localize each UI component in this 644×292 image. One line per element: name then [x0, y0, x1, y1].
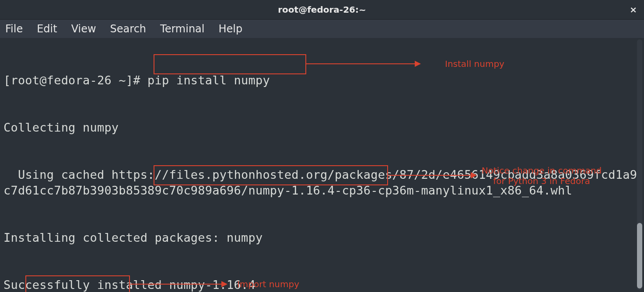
- scrollbar[interactable]: [637, 39, 642, 290]
- scrollbar-thumb[interactable]: [637, 223, 642, 289]
- menu-file[interactable]: File: [5, 23, 23, 35]
- terminal-line: Collecting numpy: [4, 120, 640, 136]
- terminal-output[interactable]: [root@fedora-26 ~]# pip install numpy Co…: [0, 38, 644, 292]
- menubar: File Edit View Search Terminal Help: [0, 20, 644, 38]
- titlebar: root@fedora-26:~ ×: [0, 0, 644, 20]
- window-title: root@fedora-26:~: [278, 4, 366, 15]
- menu-search[interactable]: Search: [110, 23, 146, 35]
- terminal-line: Installing collected packages: numpy: [4, 230, 640, 246]
- terminal-line: Successfully installed numpy-1.16.4: [4, 277, 640, 292]
- menu-view[interactable]: View: [71, 23, 96, 35]
- terminal-line: [root@fedora-26 ~]# pip install numpy: [4, 73, 640, 88]
- terminal-line: Using cached https://files.pythonhosted.…: [4, 167, 640, 198]
- menu-help[interactable]: Help: [219, 23, 243, 35]
- close-icon[interactable]: ×: [630, 4, 637, 15]
- menu-edit[interactable]: Edit: [37, 23, 57, 35]
- menu-terminal[interactable]: Terminal: [160, 23, 204, 35]
